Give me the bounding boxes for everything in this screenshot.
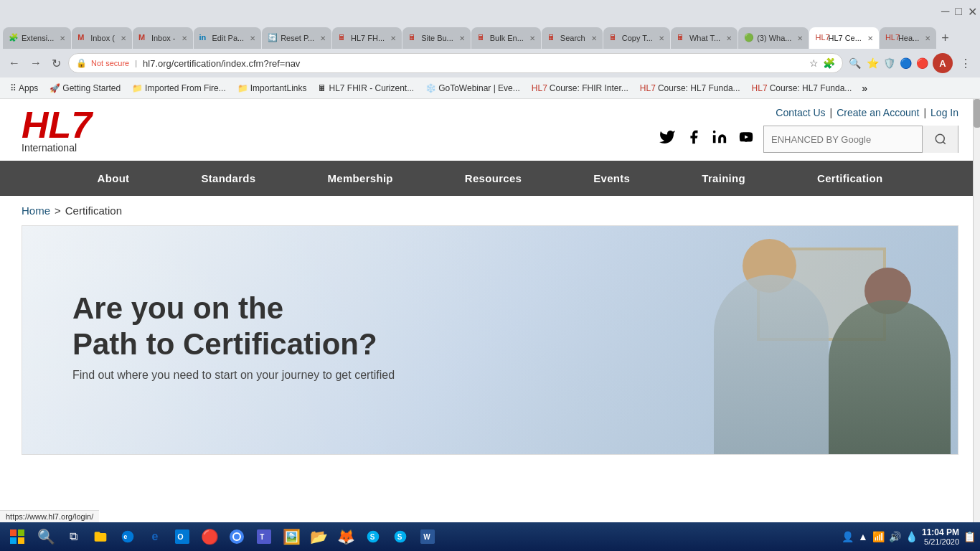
google-search-input[interactable] — [764, 126, 922, 152]
facebook-icon[interactable] — [686, 129, 702, 149]
log-in-link[interactable]: Log In — [930, 107, 958, 118]
window-controls[interactable]: ─ □ ✕ — [941, 5, 977, 19]
start-button[interactable] — [4, 524, 30, 550]
bookmark-hl7-fhir[interactable]: 🖩 HL7 FHIR - Curizent... — [314, 82, 418, 95]
tab-6[interactable]: 🖩 HL7 FH... ✕ — [332, 27, 402, 49]
taskbar-skype1[interactable]: S — [360, 524, 386, 550]
search-button[interactable] — [922, 126, 958, 153]
twitter-icon[interactable] — [659, 128, 676, 150]
tab-3[interactable]: M Inbox - ✕ — [133, 27, 193, 49]
tab-14[interactable]: HL7 Hea... ✕ — [880, 27, 936, 49]
tab-2-close[interactable]: ✕ — [121, 34, 126, 42]
taskbar-firefox[interactable]: 🦊 — [333, 524, 359, 550]
tab-8[interactable]: 🖩 Bulk En... ✕ — [471, 27, 541, 49]
tab-1-close[interactable]: ✕ — [60, 34, 65, 42]
tab-5[interactable]: 🔄 Reset P... ✕ — [262, 27, 331, 49]
tab-13-active[interactable]: HL7 HL7 Ce... ✕ — [809, 27, 878, 49]
nav-resources[interactable]: Resources — [429, 161, 557, 196]
tab-9[interactable]: 🖩 Search ✕ — [542, 27, 603, 49]
bookmark-apps[interactable]: ⠿ Apps — [6, 82, 42, 95]
taskbar-word[interactable]: W — [415, 524, 440, 550]
nav-membership[interactable]: Membership — [291, 161, 428, 196]
tab-6-close[interactable]: ✕ — [390, 34, 396, 42]
tab-10[interactable]: 🖩 Copy T... ✕ — [603, 27, 670, 49]
minimize-button[interactable]: ─ — [941, 5, 949, 18]
taskbar-edge[interactable]: e — [115, 524, 141, 550]
nav-events[interactable]: Events — [557, 161, 666, 196]
bookmark-course-funda1[interactable]: HL7 Course: HL7 Funda... — [636, 82, 745, 95]
youtube-icon[interactable] — [738, 130, 755, 149]
tab-10-close[interactable]: ✕ — [659, 34, 664, 42]
taskbar-icon7[interactable]: 🔴 — [197, 524, 222, 550]
contact-us-link[interactable]: Contact Us — [776, 107, 825, 118]
extension-1-icon[interactable]: 🔵 — [900, 57, 912, 69]
tab-9-close[interactable]: ✕ — [591, 34, 597, 42]
forward-button[interactable]: → — [27, 54, 44, 72]
extensions-icon[interactable]: 🧩 — [823, 57, 835, 69]
taskbar-skype2[interactable]: S — [387, 524, 413, 550]
taskbar-search[interactable]: 🔍 — [33, 524, 59, 550]
bookmark-imported[interactable]: 📁 Imported From Fire... — [128, 82, 230, 95]
tray-chevron-icon[interactable]: ▲ — [858, 531, 868, 542]
tab-1[interactable]: 🧩 Extensi... ✕ — [3, 27, 71, 49]
bookmark-important-links[interactable]: 📁 ImportantLinks — [233, 82, 311, 95]
taskbar-chrome[interactable] — [224, 524, 250, 550]
breadcrumb-separator: > — [55, 204, 61, 217]
tab-3-close[interactable]: ✕ — [182, 34, 187, 42]
bookmark-gotowebinar[interactable]: ❄️ GoToWebinar | Eve... — [421, 82, 524, 95]
taskbar-outlook[interactable]: O — [169, 524, 195, 550]
tab-12[interactable]: 🟢 (3) Wha... ✕ — [738, 27, 809, 49]
address-input-wrap[interactable]: 🔒 Not secure | hl7.org/certification/ind… — [68, 53, 843, 73]
taskbar-photos[interactable]: 🖼️ — [278, 524, 304, 550]
tray-volume-icon[interactable]: 🔊 — [889, 531, 901, 542]
tab-11-close[interactable]: ✕ — [726, 34, 732, 42]
favorites-icon[interactable]: ⭐ — [867, 57, 879, 69]
taskbar-files[interactable]: 📂 — [306, 524, 331, 550]
linkedin-icon[interactable] — [712, 129, 727, 149]
tab-2[interactable]: M Inbox ( ✕ — [72, 27, 132, 49]
bookmark-course-fhir[interactable]: HL7 Course: FHIR Inter... — [527, 82, 633, 95]
new-tab-button[interactable]: + — [937, 27, 953, 49]
taskbar-taskview[interactable]: ⧉ — [60, 524, 86, 550]
nav-certification[interactable]: Certification — [781, 161, 918, 196]
zoom-icon[interactable]: 🔍 — [849, 57, 861, 69]
tray-people-icon[interactable]: 👤 — [842, 531, 854, 542]
tab-8-close[interactable]: ✕ — [529, 34, 535, 42]
tray-dropbox-icon[interactable]: 💧 — [905, 531, 918, 542]
nav-standards[interactable]: Standards — [165, 161, 291, 196]
extension-2-icon[interactable]: 🔴 — [916, 57, 928, 69]
tab-4[interactable]: in Edit Pa... ✕ — [194, 27, 262, 49]
apps-icon: ⠿ — [10, 83, 17, 93]
nav-about[interactable]: About — [62, 161, 166, 196]
nav-training[interactable]: Training — [666, 161, 781, 196]
back-button[interactable]: ← — [6, 54, 23, 72]
taskbar-ie[interactable]: e — [142, 524, 168, 550]
menu-button[interactable]: ⋮ — [957, 54, 974, 73]
close-button[interactable]: ✕ — [968, 5, 977, 19]
scrollbar-thumb[interactable] — [974, 99, 980, 128]
taskbar-teams[interactable]: T — [251, 524, 277, 550]
tab-13-close[interactable]: ✕ — [867, 34, 873, 42]
shield-icon[interactable]: 🛡️ — [883, 57, 895, 69]
breadcrumb-home[interactable]: Home — [22, 204, 50, 217]
bookmark-getting-started[interactable]: 🚀 Getting Started — [45, 82, 125, 95]
reload-button[interactable]: ↻ — [49, 54, 64, 73]
taskbar-file-explorer[interactable] — [88, 524, 113, 550]
bookmarks-chevron-icon[interactable]: » — [859, 81, 870, 95]
tab-7[interactable]: 🖩 Site Bu... ✕ — [402, 27, 471, 49]
tab-5-close[interactable]: ✕ — [320, 34, 326, 42]
scrollbar-track[interactable] — [973, 99, 980, 522]
notification-icon[interactable]: 📋 — [963, 531, 976, 542]
tab-4-close[interactable]: ✕ — [250, 34, 255, 42]
maximize-button[interactable]: □ — [955, 5, 962, 18]
tray-network-icon[interactable]: 📶 — [872, 531, 885, 542]
tab-14-close[interactable]: ✕ — [925, 34, 930, 42]
bookmark-star-icon[interactable]: ☆ — [809, 57, 819, 69]
profile-button[interactable]: A — [933, 53, 953, 73]
create-account-link[interactable]: Create an Account — [837, 107, 919, 118]
tab-11[interactable]: 🖩 What T... ✕ — [671, 27, 738, 49]
clock[interactable]: 11:04 PM 5/21/2020 — [922, 527, 959, 546]
tab-7-close[interactable]: ✕ — [459, 34, 465, 42]
tab-12-close[interactable]: ✕ — [797, 34, 803, 42]
bookmark-course-funda2[interactable]: HL7 Course: HL7 Funda... — [748, 82, 857, 95]
